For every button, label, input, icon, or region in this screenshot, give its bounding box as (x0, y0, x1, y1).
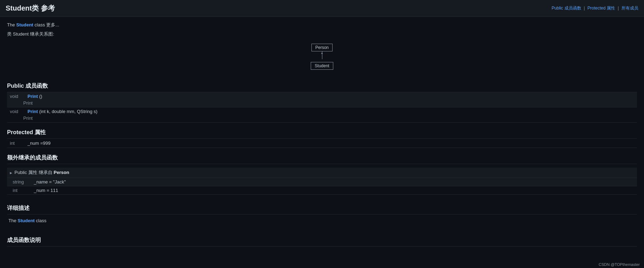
footer-credit: CSDN @TOPthemaster (599, 262, 640, 267)
inheritance-diagram: Person Student (7, 41, 637, 73)
nav-public-members[interactable]: Public 成员函数 (552, 6, 581, 11)
diagram-parent-box[interactable]: Person (311, 44, 333, 51)
member-docs-header: 成员函数说明 (7, 234, 637, 247)
member-line-signature-2: void Print (int k, double mm, QString s) (7, 107, 637, 115)
inherited-group-label: Public 属性 继承自 Person (14, 169, 69, 176)
inherited-member-name: string _name = "Jack" (7, 178, 637, 186)
member-name-1: Print () (27, 94, 42, 99)
diagram-container: Person Student (311, 44, 333, 70)
inh-type-num: int (13, 188, 34, 193)
protected-attrs-header: Protected 属性 (7, 126, 637, 139)
page-header: Student类 参考 Public 成员函数 | Protected 属性 |… (0, 0, 644, 17)
extra-inherited-section: ▸ Public 属性 继承自 Person string _name = "J… (7, 168, 637, 195)
header-nav: Public 成员函数 | Protected 属性 | 所有成员 (552, 5, 638, 11)
page-footer: CSDN @TOPthemaster (594, 261, 644, 268)
member-line-signature-1: void Print () (7, 92, 637, 100)
intro-class-name: Student (16, 22, 33, 27)
nav-all-members[interactable]: 所有成员 (621, 6, 638, 11)
detail-section-header: 详细描述 (7, 202, 637, 214)
attr-type-num: int (10, 141, 27, 146)
inh-type-name: string (13, 179, 34, 185)
member-desc-1: Print (7, 100, 637, 107)
expand-arrow-icon: ▸ (10, 170, 12, 175)
diagram-arrow (322, 51, 322, 62)
nav-separator-1: | (584, 6, 585, 11)
detail-class-name: Student (18, 218, 35, 223)
member-desc-2: Print (7, 115, 637, 122)
inherited-member-num: int _num = 111 (7, 186, 637, 195)
nav-separator-2: | (618, 6, 619, 11)
member-type-1: void (10, 94, 27, 99)
attr-row-num: int _num =999 (7, 139, 637, 148)
member-entry-print1: void Print () Print (7, 92, 637, 107)
extra-inherited-header: 额外继承的成员函数 (7, 151, 637, 164)
member-name-2: Print (int k, double mm, QString s) (27, 109, 98, 114)
inheritance-label: 类 Student 继承关系图: (7, 31, 637, 37)
intro-line1: The Student class 更多... (7, 22, 637, 28)
nav-protected-attrs[interactable]: Protected 属性 (587, 6, 615, 11)
member-type-2: void (10, 109, 27, 114)
public-members-header: Public 成员函数 (7, 80, 637, 92)
member-func-name-2[interactable]: Print (27, 109, 38, 114)
inh-name-name: _name = "Jack" (34, 179, 66, 185)
inherited-from-class: Person (54, 170, 69, 175)
attr-name-num: _num =999 (27, 141, 50, 146)
page-title: Student类 参考 (6, 4, 55, 13)
detail-content: The Student class (7, 214, 637, 227)
member-docs-section: 成员函数说明 (7, 234, 637, 247)
detail-section: 详细描述 The Student class (7, 202, 637, 227)
main-content: The Student class 更多... 类 Student 继承关系图:… (0, 17, 644, 251)
member-entry-print2: void Print (int k, double mm, QString s)… (7, 107, 637, 123)
diagram-child-box[interactable]: Student (311, 62, 333, 70)
inh-name-num: _num = 111 (34, 188, 58, 193)
inherited-group-header[interactable]: ▸ Public 属性 继承自 Person (7, 168, 637, 178)
member-func-name-1[interactable]: Print (27, 94, 38, 99)
